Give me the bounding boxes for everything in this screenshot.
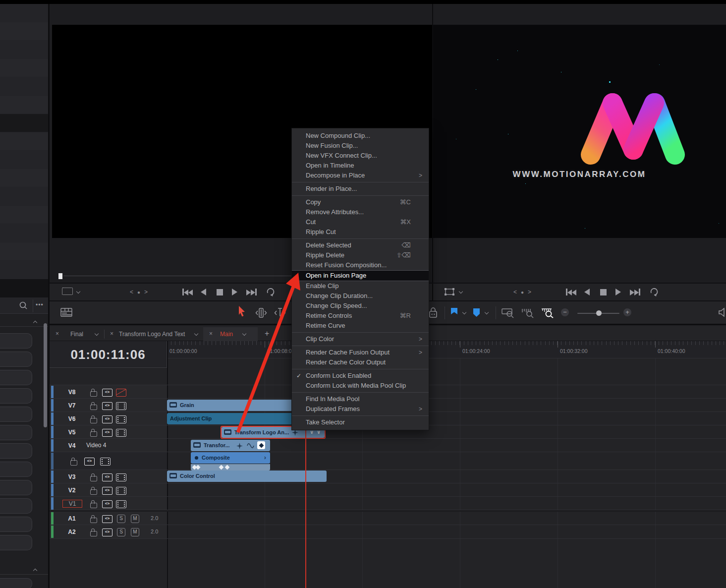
search-icon[interactable]: [19, 301, 28, 310]
effects-list-item[interactable]: [0, 407, 32, 422]
trim-edit-mode-icon[interactable]: [255, 307, 268, 318]
media-list-row[interactable]: [0, 242, 48, 260]
add-timeline-tab-button[interactable]: +: [265, 329, 269, 338]
loop-button[interactable]: [649, 288, 659, 296]
effects-list-item[interactable]: [0, 498, 32, 514]
menu-item-new-fusion-clip[interactable]: New Fusion Clip...: [292, 141, 429, 151]
media-list-row[interactable]: [0, 77, 48, 95]
menu-item-decompose-in-place[interactable]: Decompose in Place>: [292, 171, 429, 180]
lock-icon[interactable]: [90, 476, 97, 481]
loop-button[interactable]: [266, 288, 276, 296]
chevron-down-icon[interactable]: [459, 290, 463, 294]
flatten-icon[interactable]: [116, 429, 126, 437]
chevron-down-icon[interactable]: [194, 332, 198, 336]
jog-control[interactable]: <●>: [513, 289, 535, 295]
chevron-down-icon[interactable]: [95, 332, 99, 336]
menu-item-retime-controls[interactable]: Retime Controls⌘R: [292, 311, 429, 321]
clip-display-icon[interactable]: [62, 288, 73, 295]
tab-transform-logo-and-text[interactable]: Transform Logo And Text: [119, 331, 185, 338]
options-icon[interactable]: •••: [36, 301, 44, 308]
effects-list-item[interactable]: [0, 333, 32, 349]
media-list-row[interactable]: [0, 261, 48, 279]
auto-select-icon[interactable]: <>: [102, 429, 112, 437]
menu-item-remove-attributes[interactable]: Remove Attributes...: [292, 207, 429, 217]
mute-button[interactable]: M: [131, 528, 139, 536]
menu-item-new-vfx-connect-clip[interactable]: New VFX Connect Clip...: [292, 151, 429, 161]
menu-item-retime-curve[interactable]: Retime Curve: [292, 321, 429, 331]
flatten-icon[interactable]: [116, 487, 126, 495]
menu-item-open-in-timeline[interactable]: Open in Timeline: [292, 161, 429, 171]
zoom-out-button[interactable]: −: [561, 308, 569, 316]
track-header-a2[interactable]: A2 <> S M 2.0: [50, 525, 167, 539]
marker-icon[interactable]: [472, 307, 481, 317]
media-list-row[interactable]: [0, 59, 48, 77]
menu-item-cut[interactable]: Cut⌘X: [292, 217, 429, 227]
dynamic-trim-mode-icon[interactable]: [274, 307, 286, 318]
lock-icon[interactable]: [90, 503, 97, 508]
auto-select-icon[interactable]: <>: [102, 529, 112, 536]
media-list-row[interactable]: [0, 187, 48, 205]
auto-select-icon[interactable]: <>: [102, 487, 112, 495]
media-list-row[interactable]: [0, 169, 48, 187]
jog-control[interactable]: <●>: [130, 289, 152, 295]
clip-transform-logo-v4[interactable]: Transfor...: [191, 440, 270, 451]
media-list-row[interactable]: [0, 224, 48, 242]
menu-item-delete-selected[interactable]: Delete Selected⌫: [292, 240, 429, 250]
flatten-icon[interactable]: [116, 402, 126, 410]
menu-item-render-cache-fusion-output[interactable]: Render Cache Fusion Output>: [292, 348, 429, 357]
menu-item-ripple-cut[interactable]: Ripple Cut: [292, 227, 429, 237]
lock-icon[interactable]: [90, 489, 97, 495]
lock-icon[interactable]: [90, 418, 97, 423]
media-list-row[interactable]: [0, 132, 48, 150]
effects-list-item[interactable]: [0, 517, 32, 532]
auto-select-icon[interactable]: <>: [102, 389, 112, 397]
track-header-v6[interactable]: V6 <>: [50, 412, 167, 426]
curve-icon[interactable]: [247, 443, 254, 449]
menu-item-conform-lock-with-media-pool-clip[interactable]: Conform Lock with Media Pool Clip: [292, 381, 429, 391]
menu-item-copy[interactable]: Copy⌘C: [292, 197, 429, 207]
lock-icon[interactable]: [90, 531, 97, 536]
auto-select-icon[interactable]: <>: [84, 458, 95, 466]
collapse-up-icon[interactable]: [33, 569, 37, 573]
transform-overlay-icon[interactable]: [444, 288, 455, 296]
track-header-v4-sub[interactable]: <>: [50, 452, 167, 470]
viewer-scroll-handle[interactable]: [58, 273, 62, 279]
flatten-icon[interactable]: [116, 473, 126, 481]
effects-list-item[interactable]: [0, 535, 32, 550]
track-disabled-icon[interactable]: [116, 389, 126, 397]
media-list-row-selected[interactable]: [0, 114, 48, 132]
chevron-down-icon[interactable]: [76, 290, 80, 294]
menu-item-render-in-place[interactable]: Render in Place...: [292, 184, 429, 194]
zoom-in-button[interactable]: +: [623, 308, 631, 316]
close-tab-icon[interactable]: ×: [56, 330, 59, 337]
selection-pointer-tool[interactable]: [237, 305, 247, 317]
track-header-v2[interactable]: V2 <>: [50, 483, 167, 497]
effects-list-item[interactable]: [0, 462, 32, 477]
flatten-icon[interactable]: [116, 415, 126, 423]
clip-composite-mode[interactable]: Composite ›: [191, 452, 270, 464]
effects-list-item[interactable]: [0, 578, 32, 588]
keyframe-icon[interactable]: [257, 441, 265, 449]
media-list-row[interactable]: [0, 206, 48, 224]
lock-icon[interactable]: [90, 391, 97, 397]
effects-list-item[interactable]: [0, 352, 32, 367]
solo-button[interactable]: S: [117, 515, 125, 523]
menu-item-change-clip-speed[interactable]: Change Clip Speed...: [292, 301, 429, 311]
effects-list-item[interactable]: [0, 425, 32, 440]
close-tab-icon[interactable]: ×: [209, 330, 213, 337]
media-list-row[interactable]: [0, 22, 48, 40]
expand-arrow-icon[interactable]: ›: [264, 452, 266, 463]
media-list-row[interactable]: [0, 96, 48, 114]
play-button[interactable]: [232, 289, 237, 297]
step-back-button[interactable]: [201, 289, 206, 297]
timeline-view-options-icon[interactable]: [60, 308, 72, 317]
flag-icon[interactable]: [450, 307, 458, 317]
skip-end-button[interactable]: [246, 289, 257, 297]
play-button[interactable]: [615, 289, 621, 297]
flatten-icon[interactable]: [100, 458, 111, 466]
menu-item-duplicated-frames[interactable]: Duplicated Frames>: [292, 404, 429, 414]
stop-button[interactable]: [217, 289, 223, 297]
skip-start-button[interactable]: [182, 289, 193, 297]
audio-monitor-icon[interactable]: [719, 307, 726, 317]
menu-item-take-selector[interactable]: Take Selector: [292, 417, 429, 427]
